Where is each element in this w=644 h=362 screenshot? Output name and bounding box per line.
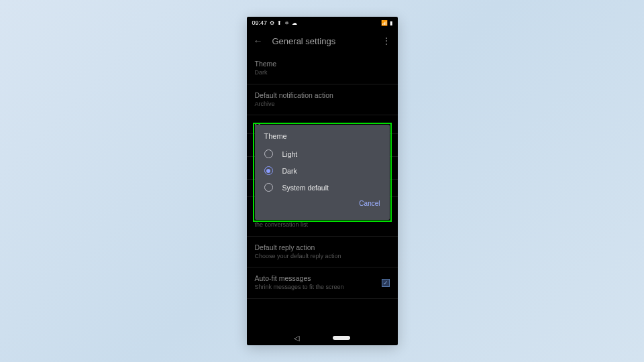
radio-label: Dark xyxy=(282,167,297,175)
radio-icon xyxy=(264,183,273,192)
radio-label: Light xyxy=(282,150,298,158)
nav-back-icon[interactable]: ◁ xyxy=(294,334,299,343)
nav-home-pill[interactable] xyxy=(333,336,350,340)
radio-option-system-default[interactable]: System default xyxy=(255,179,390,196)
phone-screen: 09:47 ⚙ ⬆ ⚛ ☁ 📶 ▮ ← General settings ⋮ T… xyxy=(247,17,398,345)
navigation-bar: ◁ xyxy=(247,330,398,345)
cancel-button[interactable]: Cancel xyxy=(359,200,380,207)
radio-option-light[interactable]: Light xyxy=(255,145,390,162)
radio-option-dark[interactable]: Dark xyxy=(255,162,390,179)
radio-label: System default xyxy=(282,184,329,192)
radio-icon xyxy=(264,149,273,158)
theme-dialog: Theme Light Dark System default Cancel xyxy=(255,125,390,220)
radio-icon-selected xyxy=(264,166,273,175)
dialog-title: Theme xyxy=(255,132,390,145)
